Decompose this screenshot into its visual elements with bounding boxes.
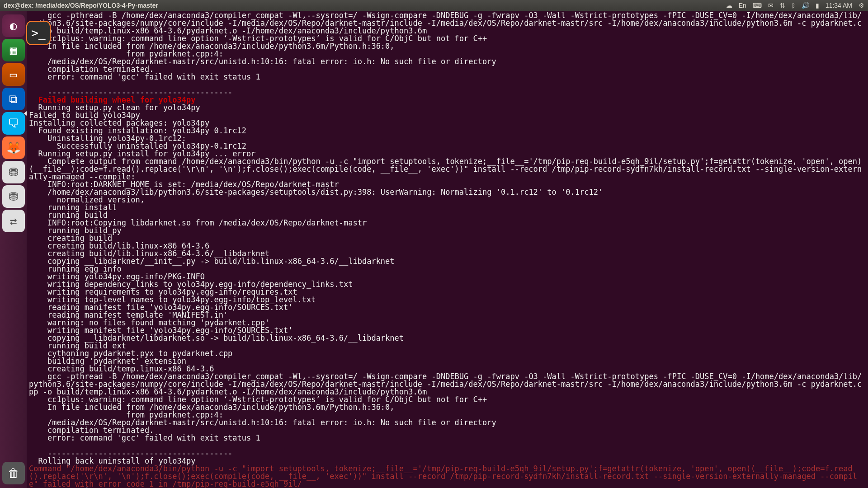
volume-icon[interactable]: 🔊 [802,2,809,9]
gear-icon[interactable]: ⚙ [859,2,864,9]
error-command-line: Command "/home/dex/anaconda3/bin/python … [29,464,857,488]
indicator-area: ☁ En ⌨ ✉ ⇅ ᛒ 🔊 ▮ 11:34 AM ⚙ [726,2,864,9]
trash-launcher[interactable]: 🗑 [2,462,25,484]
keyboard-indicator[interactable]: En [739,2,746,9]
skype-launcher[interactable]: 🗨 [2,112,25,135]
mail-icon[interactable]: ✉ [768,2,774,9]
unity-launcher: ◐ ▦ ▭ >_ ⧉ 🗨 🦊 ⛃ ⛃ ⇄ 🗑 [0,11,27,488]
battery-icon[interactable]: ▮ [816,2,819,9]
firefox-launcher[interactable]: 🦊 [2,136,25,159]
dash-launcher[interactable]: ◐ [2,14,25,37]
out-line: gcc -pthread -B /home/dex/anaconda3/comp… [29,11,862,35]
window-title: dex@dex: /media/dex/OS/Repo/YOLO3-4-Py-m… [4,2,158,9]
terminal-window[interactable]: gcc -pthread -B /home/dex/anaconda3/comp… [27,11,868,488]
drive-launcher[interactable]: ⛃ [2,161,25,183]
network-icon[interactable]: ⇅ [780,2,785,9]
drive2-launcher[interactable]: ⛃ [2,185,25,208]
terminal-output: gcc -pthread -B /home/dex/anaconda3/comp… [27,11,868,488]
out-line: error: command 'gcc' failed with exit st… [29,433,260,442]
usb-launcher[interactable]: ⇄ [2,210,25,232]
terminal-launcher[interactable]: >_ [27,22,50,44]
active-app-arrow-icon [24,111,27,116]
out-line: Complete output from command /home/dex/a… [29,157,862,181]
bluetooth-icon[interactable]: ᛒ [792,2,795,9]
out-line: error: command 'gcc' failed with exit st… [29,72,260,81]
keyboard-icon[interactable]: ⌨ [753,2,762,9]
out-line: gcc -pthread -B /home/dex/anaconda3/comp… [29,372,862,396]
vscode-launcher[interactable]: ⧉ [2,88,25,110]
libreoffice-impress[interactable]: ▭ [2,63,25,86]
clock[interactable]: 11:34 AM [826,2,852,9]
cloud-icon[interactable]: ☁ [726,2,732,9]
top-menu-bar: dex@dex: /media/dex/OS/Repo/YOLO3-4-Py-m… [0,0,868,11]
libreoffice-calc[interactable]: ▦ [2,39,25,61]
